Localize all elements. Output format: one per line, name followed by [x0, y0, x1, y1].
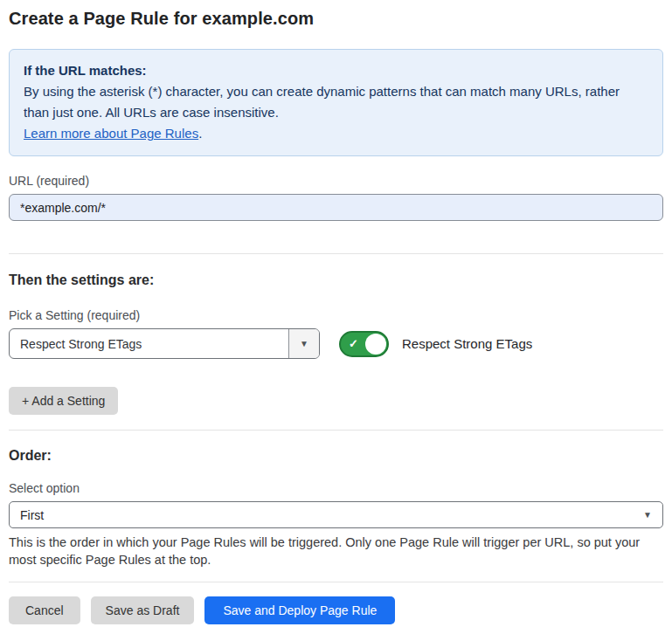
- setting-dropdown-value: Respect Strong ETags: [10, 329, 288, 358]
- add-setting-button[interactable]: + Add a Setting: [9, 387, 118, 415]
- settings-heading: Then the settings are:: [9, 272, 663, 288]
- form-actions: Cancel Save as Draft Save and Deploy Pag…: [9, 596, 663, 624]
- section-divider: [9, 430, 663, 431]
- page-title: Create a Page Rule for example.com: [9, 9, 663, 29]
- url-match-info-box: If the URL matches: By using the asteris…: [9, 49, 663, 156]
- save-and-deploy-button[interactable]: Save and Deploy Page Rule: [204, 596, 395, 624]
- url-input[interactable]: [9, 194, 663, 221]
- url-field-label: URL (required): [9, 174, 663, 188]
- order-select-value: First: [20, 508, 643, 522]
- setting-row: Respect Strong ETags ▼ ✓ Respect Strong …: [9, 328, 663, 359]
- order-select-label: Select option: [9, 481, 663, 495]
- order-heading: Order:: [9, 448, 663, 464]
- setting-dropdown-arrow-button[interactable]: ▼: [288, 329, 319, 358]
- cancel-button[interactable]: Cancel: [9, 596, 80, 624]
- order-help-text: This is the order in which your Page Rul…: [9, 534, 663, 568]
- save-as-draft-button[interactable]: Save as Draft: [91, 596, 195, 624]
- etag-toggle-switch[interactable]: ✓: [339, 331, 389, 357]
- chevron-down-icon: ▼: [300, 339, 308, 348]
- info-box-body: By using the asterisk (*) character, you…: [24, 81, 648, 123]
- chevron-down-icon: ▼: [643, 510, 652, 520]
- info-box-link-line: Learn more about Page Rules.: [24, 123, 648, 144]
- check-icon: ✓: [349, 337, 358, 350]
- setting-dropdown[interactable]: Respect Strong ETags ▼: [9, 328, 320, 359]
- learn-more-link[interactable]: Learn more about Page Rules: [24, 126, 198, 141]
- page-rule-form: Create a Page Rule for example.com If th…: [0, 0, 672, 624]
- section-divider: [9, 582, 663, 582]
- etag-toggle-label: Respect Strong ETags: [402, 336, 532, 351]
- link-suffix: .: [198, 126, 202, 141]
- toggle-knob: [365, 334, 386, 355]
- etag-toggle-group: ✓ Respect Strong ETags: [339, 331, 532, 357]
- section-divider: [9, 253, 663, 254]
- order-select[interactable]: First ▼: [9, 501, 663, 528]
- info-box-heading: If the URL matches:: [24, 60, 648, 81]
- setting-picker-label: Pick a Setting (required): [9, 308, 663, 322]
